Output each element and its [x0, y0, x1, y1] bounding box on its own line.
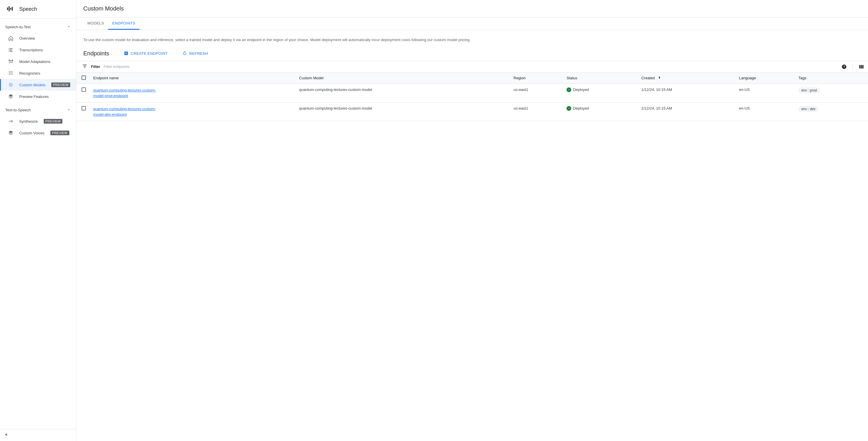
chevron-up-icon [67, 108, 71, 113]
model-cell: quantum-computing-lectures-custom-model [297, 102, 511, 121]
main: Custom Models MODELS ENDPOINTS To use th… [76, 0, 868, 441]
endpoint-link[interactable]: quantum-computing-lectures-custom-model-… [93, 87, 163, 99]
tag-chip: env : dev [798, 106, 818, 112]
svg-rect-18 [9, 74, 10, 75]
svg-rect-4 [9, 49, 9, 49]
svg-rect-1 [9, 6, 10, 11]
refresh-icon [182, 51, 187, 56]
status-text: Deployed [573, 106, 589, 111]
select-all-checkbox[interactable] [82, 76, 86, 80]
tab-endpoints[interactable]: ENDPOINTS [108, 18, 139, 30]
endpoint-link[interactable]: quantum-computing-lectures-custom-model-… [93, 106, 163, 117]
sidebar-item-custom-models[interactable]: Custom Models PREVIEW [0, 79, 76, 91]
columns-icon[interactable] [859, 64, 864, 69]
sidebar-item-transcriptions[interactable]: Transcriptions [0, 44, 76, 56]
transcriptions-icon [8, 47, 13, 53]
section-header-stt[interactable]: Speech-to-Text [0, 22, 76, 32]
main-header: Custom Models [76, 0, 868, 18]
sidebar-header: Speech [0, 0, 76, 19]
created-cell: 1/12/24, 10:15 AM [639, 102, 737, 121]
th-status[interactable]: Status [564, 72, 639, 84]
svg-rect-25 [12, 121, 13, 122]
custom-models-icon [8, 82, 13, 87]
th-language[interactable]: Language [737, 72, 796, 84]
svg-rect-23 [10, 120, 11, 122]
refresh-button[interactable]: REFRESH [182, 51, 208, 56]
sidebar-item-overview[interactable]: Overview [0, 32, 76, 44]
svg-text:?: ? [843, 65, 845, 68]
svg-rect-9 [10, 51, 12, 52]
th-model[interactable]: Custom Model [297, 72, 511, 84]
svg-rect-2 [10, 8, 11, 10]
content: To use the custom model for evaluation a… [76, 30, 868, 128]
tabbar: MODELS ENDPOINTS [76, 18, 868, 30]
adaptations-icon [8, 59, 13, 64]
filter-bar: Filter ? [76, 61, 868, 72]
status-cell: Deployed [566, 106, 637, 111]
sidebar-item-preview-features[interactable]: Preview Features [0, 91, 76, 102]
collapse-sidebar-button[interactable] [3, 432, 8, 438]
svg-rect-31 [861, 65, 862, 68]
tab-models[interactable]: MODELS [83, 18, 108, 30]
home-icon [8, 35, 13, 41]
nav-label: Synthesize [19, 119, 38, 124]
th-endpoint[interactable]: Endpoint name [91, 72, 297, 84]
nav-label: Model Adaptations [19, 59, 51, 64]
status-text: Deployed [573, 87, 589, 92]
filter-input[interactable] [104, 64, 179, 69]
svg-rect-32 [863, 65, 864, 68]
sidebar-item-custom-voices[interactable]: Custom Voices PREVIEW [0, 127, 76, 139]
svg-rect-7 [10, 50, 12, 50]
nav-label: Custom Models [19, 83, 45, 87]
svg-rect-0 [7, 7, 8, 10]
table-row: quantum-computing-lectures-custom-model-… [76, 102, 868, 121]
svg-rect-14 [9, 71, 10, 72]
svg-point-21 [10, 85, 11, 85]
status-cell: Deployed [566, 87, 637, 92]
table-header-row: Endpoint name Custom Model Region Status… [76, 72, 868, 84]
svg-rect-12 [12, 59, 13, 61]
create-endpoint-button[interactable]: CREATE ENDPOINT [124, 51, 168, 56]
separator [852, 63, 853, 70]
svg-rect-24 [11, 120, 12, 123]
sidebar: Speech Speech-to-Text Overview Transcrip… [0, 0, 76, 441]
description-text: To use the custom model for evaluation a… [83, 37, 861, 43]
model-cell: quantum-computing-lectures-custom-model [297, 84, 511, 102]
speech-icon [6, 5, 14, 13]
th-region[interactable]: Region [511, 72, 564, 84]
section-header-label: Speech-to-Text [5, 25, 31, 29]
plus-icon [124, 51, 128, 56]
layers-icon [8, 94, 13, 99]
help-icon[interactable]: ? [841, 64, 847, 69]
sidebar-title: Speech [19, 6, 37, 12]
chevron-up-icon [67, 25, 71, 29]
sidebar-body: Speech-to-Text Overview Transcriptions [0, 19, 76, 429]
nav-label: Custom Voices [19, 131, 44, 135]
recognizers-icon [8, 70, 13, 76]
row-checkbox[interactable] [82, 106, 86, 111]
sidebar-item-synthesize[interactable]: Synthesize PREVIEW [0, 115, 76, 127]
th-tags[interactable]: Tags [796, 72, 868, 84]
svg-rect-15 [11, 71, 13, 72]
th-created[interactable]: Created [639, 72, 737, 84]
tag-chip: env : prod [798, 87, 820, 93]
section-header-tts[interactable]: Text-to-Speech [0, 105, 76, 115]
preview-badge: PREVIEW [51, 130, 69, 135]
sidebar-item-model-adaptations[interactable]: Model Adaptations [0, 56, 76, 67]
svg-rect-13 [9, 62, 13, 63]
sidebar-footer [0, 429, 76, 441]
svg-rect-10 [9, 59, 10, 61]
svg-rect-19 [11, 74, 13, 75]
section-title-row: Endpoints CREATE ENDPOINT REFRESH [83, 50, 861, 57]
sidebar-item-recognizers[interactable]: Recognizers [0, 67, 76, 79]
svg-rect-16 [9, 73, 10, 74]
language-cell: en-US [737, 102, 796, 121]
row-checkbox[interactable] [82, 87, 86, 92]
nav-label: Transcriptions [19, 48, 43, 52]
svg-rect-26 [7, 434, 7, 436]
svg-rect-3 [12, 7, 12, 11]
synthesize-icon [8, 119, 13, 124]
svg-rect-6 [9, 50, 9, 50]
preview-badge: PREVIEW [44, 119, 63, 124]
preview-badge: PREVIEW [51, 83, 70, 87]
